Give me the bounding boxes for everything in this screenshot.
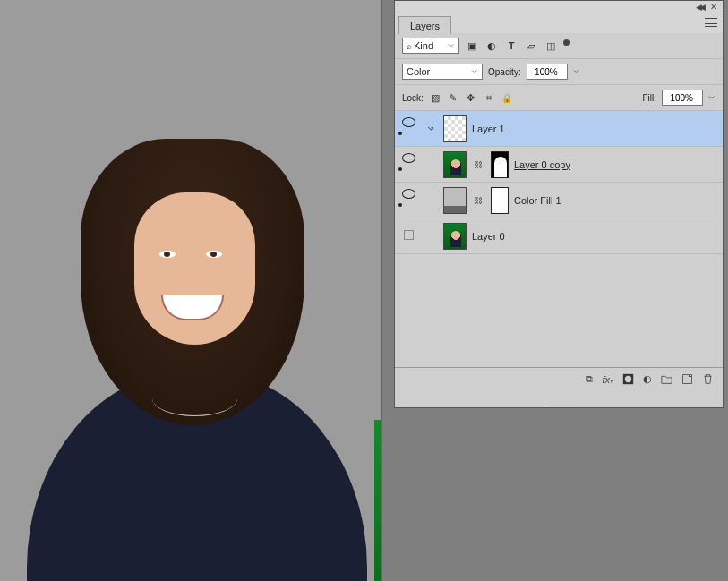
layer-row[interactable]: ⛓ Layer 0 copy: [395, 147, 723, 183]
lock-transparent-icon[interactable]: ▨: [429, 90, 441, 105]
document-canvas[interactable]: [0, 0, 382, 581]
layers-list[interactable]: ↳ Layer 1 ⛓ Layer 0 copy ⛓ Color Fill 1: [395, 111, 723, 367]
layer-thumbnail[interactable]: [443, 187, 467, 214]
fill-input[interactable]: [666, 93, 693, 103]
chevron-down-icon[interactable]: ﹀: [708, 93, 715, 103]
filter-shape-icon[interactable]: ▱: [524, 38, 538, 53]
lock-brush-icon[interactable]: ✎: [447, 90, 459, 105]
layer-thumbnail[interactable]: [443, 223, 467, 250]
panel-menu-icon[interactable]: [705, 18, 717, 27]
filter-row: ⌕ Kind ﹀ ▣ ◐ T ▱ ◫: [395, 33, 723, 59]
layer-name[interactable]: Layer 1: [472, 124, 505, 134]
layer-name[interactable]: Layer 0: [472, 231, 505, 242]
panel-titlebar: ◀◀ ✕: [395, 1, 723, 13]
layer-name[interactable]: Color Fill 1: [514, 195, 561, 206]
photo-subject: [27, 139, 367, 581]
panel-tabs: Layers: [395, 13, 723, 33]
layer-thumbnail[interactable]: [443, 151, 467, 178]
adjustment-layer-icon[interactable]: ◐: [643, 373, 652, 385]
opacity-input[interactable]: [531, 67, 558, 77]
chevron-down-icon: ﹀: [448, 41, 455, 51]
filter-kind-select[interactable]: ⌕ Kind ﹀: [402, 38, 459, 54]
filter-image-icon[interactable]: ▣: [465, 38, 479, 53]
filter-smartobj-icon[interactable]: ◫: [544, 38, 558, 53]
tab-layers[interactable]: Layers: [398, 16, 451, 34]
filter-adjust-icon[interactable]: ◐: [484, 38, 499, 53]
blend-row: Color ﹀ Opacity: ﹀: [395, 59, 723, 85]
lock-row: Lock: ▨ ✎ ✥ ⌗ 🔒 Fill: ﹀: [395, 85, 723, 111]
visibility-toggle[interactable]: [402, 154, 415, 175]
layer-row[interactable]: ⛓ Color Fill 1: [395, 183, 723, 218]
lock-artboard-icon[interactable]: ⌗: [483, 90, 495, 105]
group-icon[interactable]: [661, 373, 672, 385]
fill-label: Fill:: [642, 93, 656, 103]
link-layers-icon[interactable]: ⧉: [586, 373, 593, 385]
panel-footer: ⧉ fx▾ ◐: [395, 367, 723, 390]
close-icon[interactable]: ✕: [710, 2, 717, 12]
visibility-toggle[interactable]: [402, 190, 415, 211]
visibility-toggle[interactable]: [402, 118, 415, 140]
lock-move-icon[interactable]: ✥: [465, 90, 477, 105]
opacity-field[interactable]: [527, 64, 568, 80]
mask-link-icon[interactable]: ⛓: [472, 196, 485, 205]
add-mask-icon[interactable]: [622, 373, 634, 385]
layer-thumbnail[interactable]: [443, 115, 467, 142]
filter-mode-label: Kind: [414, 40, 433, 51]
filter-type-icon[interactable]: T: [504, 38, 518, 53]
collapse-icon[interactable]: ◀◀: [696, 3, 703, 12]
clip-indicator-icon: ↳: [425, 124, 435, 133]
fill-field[interactable]: [662, 90, 703, 106]
layer-mask-thumbnail[interactable]: [491, 187, 509, 214]
chevron-down-icon: ﹀: [471, 67, 478, 77]
layer-name[interactable]: Layer 0 copy: [514, 159, 570, 170]
fx-icon[interactable]: fx▾: [602, 374, 613, 385]
layers-panel: ◀◀ ✕ Layers ⌕ Kind ﹀ ▣ ◐ T ▱ ◫ Color ﹀ O…: [394, 0, 724, 408]
blend-mode-value: Color: [407, 66, 430, 77]
search-icon: ⌕: [407, 41, 412, 51]
svg-point-1: [625, 376, 631, 382]
lock-all-icon[interactable]: 🔒: [501, 90, 513, 105]
layer-row[interactable]: Layer 0: [395, 218, 723, 254]
filter-toggle[interactable]: [563, 39, 570, 46]
mask-link-icon[interactable]: ⛓: [472, 160, 485, 169]
opacity-label: Opacity:: [488, 67, 521, 77]
layer-mask-thumbnail[interactable]: [491, 151, 509, 178]
new-layer-icon[interactable]: [681, 373, 693, 385]
lock-label: Lock:: [402, 93, 424, 103]
resize-grip[interactable]: ::::::::: [547, 403, 570, 411]
visibility-toggle[interactable]: [404, 230, 414, 240]
layer-row[interactable]: ↳ Layer 1: [395, 111, 723, 147]
trash-icon[interactable]: [702, 373, 714, 385]
chevron-down-icon[interactable]: ﹀: [573, 67, 580, 77]
blend-mode-select[interactable]: Color ﹀: [402, 64, 483, 80]
